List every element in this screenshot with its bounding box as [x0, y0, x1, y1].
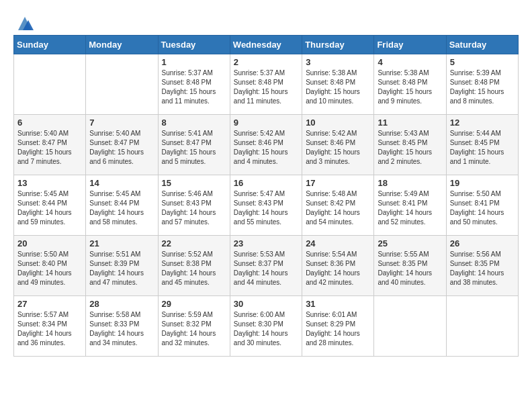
- day-info: Sunrise: 5:47 AM Sunset: 8:43 PM Dayligh…: [234, 189, 298, 227]
- day-info: Sunrise: 5:51 AM Sunset: 8:39 PM Dayligh…: [89, 250, 154, 287]
- calendar-day-header: Friday: [374, 36, 446, 54]
- calendar-cell: [14, 54, 86, 115]
- calendar-day-header: Monday: [86, 36, 158, 54]
- day-number: 19: [450, 178, 515, 188]
- day-info: Sunrise: 5:48 AM Sunset: 8:42 PM Dayligh…: [306, 189, 370, 227]
- day-number: 15: [162, 178, 226, 188]
- calendar-cell: 4Sunrise: 5:38 AM Sunset: 8:48 PM Daylig…: [374, 54, 446, 115]
- calendar-cell: 29Sunrise: 5:59 AM Sunset: 8:32 PM Dayli…: [158, 296, 230, 357]
- calendar-cell: [446, 296, 518, 357]
- day-number: 14: [89, 178, 154, 188]
- calendar-cell: 2Sunrise: 5:37 AM Sunset: 8:48 PM Daylig…: [230, 54, 302, 115]
- calendar-cell: 5Sunrise: 5:39 AM Sunset: 8:48 PM Daylig…: [446, 54, 518, 115]
- day-number: 13: [17, 178, 82, 188]
- day-info: Sunrise: 5:56 AM Sunset: 8:35 PM Dayligh…: [450, 250, 515, 287]
- day-info: Sunrise: 5:55 AM Sunset: 8:35 PM Dayligh…: [378, 250, 442, 287]
- day-number: 30: [234, 299, 298, 309]
- day-info: Sunrise: 5:37 AM Sunset: 8:48 PM Dayligh…: [234, 68, 298, 106]
- day-number: 7: [89, 118, 154, 128]
- calendar-day-header: Wednesday: [230, 36, 302, 54]
- calendar-table: SundayMondayTuesdayWednesdayThursdayFrid…: [13, 35, 519, 357]
- day-number: 26: [450, 238, 515, 248]
- calendar-cell: 25Sunrise: 5:55 AM Sunset: 8:35 PM Dayli…: [374, 236, 446, 296]
- logo-icon: [15, 13, 35, 34]
- calendar-cell: 14Sunrise: 5:45 AM Sunset: 8:44 PM Dayli…: [86, 175, 158, 236]
- day-info: Sunrise: 5:43 AM Sunset: 8:45 PM Dayligh…: [378, 129, 442, 167]
- calendar-cell: 19Sunrise: 5:50 AM Sunset: 8:41 PM Dayli…: [446, 175, 518, 236]
- calendar-day-header: Thursday: [302, 36, 374, 54]
- day-info: Sunrise: 5:52 AM Sunset: 8:38 PM Dayligh…: [162, 250, 226, 287]
- day-info: Sunrise: 5:37 AM Sunset: 8:48 PM Dayligh…: [162, 68, 226, 106]
- calendar-cell: 18Sunrise: 5:49 AM Sunset: 8:41 PM Dayli…: [374, 175, 446, 236]
- day-info: Sunrise: 5:40 AM Sunset: 8:47 PM Dayligh…: [89, 129, 154, 167]
- calendar-header-row: SundayMondayTuesdayWednesdayThursdayFrid…: [14, 36, 519, 54]
- calendar-cell: 11Sunrise: 5:43 AM Sunset: 8:45 PM Dayli…: [374, 115, 446, 175]
- calendar-cell: 16Sunrise: 5:47 AM Sunset: 8:43 PM Dayli…: [230, 175, 302, 236]
- day-info: Sunrise: 5:40 AM Sunset: 8:47 PM Dayligh…: [17, 129, 82, 167]
- calendar-day-header: Sunday: [14, 36, 86, 54]
- calendar-cell: 1Sunrise: 5:37 AM Sunset: 8:48 PM Daylig…: [158, 54, 230, 115]
- calendar-week-row: 20Sunrise: 5:50 AM Sunset: 8:40 PM Dayli…: [14, 236, 519, 296]
- calendar-cell: 10Sunrise: 5:42 AM Sunset: 8:46 PM Dayli…: [302, 115, 374, 175]
- calendar-cell: 30Sunrise: 6:00 AM Sunset: 8:30 PM Dayli…: [230, 296, 302, 357]
- day-info: Sunrise: 5:45 AM Sunset: 8:44 PM Dayligh…: [89, 189, 154, 227]
- day-info: Sunrise: 5:50 AM Sunset: 8:41 PM Dayligh…: [450, 189, 515, 227]
- day-info: Sunrise: 5:50 AM Sunset: 8:40 PM Dayligh…: [17, 250, 82, 287]
- calendar-cell: 13Sunrise: 5:45 AM Sunset: 8:44 PM Dayli…: [14, 175, 86, 236]
- calendar-cell: 6Sunrise: 5:40 AM Sunset: 8:47 PM Daylig…: [14, 115, 86, 175]
- calendar-cell: 3Sunrise: 5:38 AM Sunset: 8:48 PM Daylig…: [302, 54, 374, 115]
- day-info: Sunrise: 5:57 AM Sunset: 8:34 PM Dayligh…: [17, 310, 82, 348]
- day-info: Sunrise: 5:42 AM Sunset: 8:46 PM Dayligh…: [306, 129, 370, 167]
- day-number: 20: [17, 238, 82, 248]
- calendar-cell: 20Sunrise: 5:50 AM Sunset: 8:40 PM Dayli…: [14, 236, 86, 296]
- day-info: Sunrise: 5:45 AM Sunset: 8:44 PM Dayligh…: [17, 189, 82, 227]
- day-number: 21: [89, 238, 154, 248]
- day-number: 9: [234, 118, 298, 128]
- day-info: Sunrise: 5:54 AM Sunset: 8:36 PM Dayligh…: [306, 250, 370, 287]
- day-info: Sunrise: 5:41 AM Sunset: 8:47 PM Dayligh…: [162, 129, 226, 167]
- day-info: Sunrise: 5:53 AM Sunset: 8:37 PM Dayligh…: [234, 250, 298, 287]
- calendar-cell: 28Sunrise: 5:58 AM Sunset: 8:33 PM Dayli…: [86, 296, 158, 357]
- day-number: 1: [162, 57, 226, 67]
- calendar-cell: 17Sunrise: 5:48 AM Sunset: 8:42 PM Dayli…: [302, 175, 374, 236]
- day-number: 17: [306, 178, 370, 188]
- day-info: Sunrise: 5:38 AM Sunset: 8:48 PM Dayligh…: [378, 68, 442, 106]
- day-number: 31: [306, 299, 370, 309]
- calendar-cell: 15Sunrise: 5:46 AM Sunset: 8:43 PM Dayli…: [158, 175, 230, 236]
- day-number: 3: [306, 57, 370, 67]
- calendar-cell: 23Sunrise: 5:53 AM Sunset: 8:37 PM Dayli…: [230, 236, 302, 296]
- calendar-week-row: 6Sunrise: 5:40 AM Sunset: 8:47 PM Daylig…: [14, 115, 519, 175]
- day-number: 23: [234, 238, 298, 248]
- day-info: Sunrise: 5:44 AM Sunset: 8:45 PM Dayligh…: [450, 129, 515, 167]
- calendar-week-row: 27Sunrise: 5:57 AM Sunset: 8:34 PM Dayli…: [14, 296, 519, 357]
- day-number: 12: [450, 118, 515, 128]
- day-number: 10: [306, 118, 370, 128]
- calendar-cell: [86, 54, 158, 115]
- calendar-cell: 8Sunrise: 5:41 AM Sunset: 8:47 PM Daylig…: [158, 115, 230, 175]
- calendar-cell: 24Sunrise: 5:54 AM Sunset: 8:36 PM Dayli…: [302, 236, 374, 296]
- calendar-cell: 22Sunrise: 5:52 AM Sunset: 8:38 PM Dayli…: [158, 236, 230, 296]
- day-number: 18: [378, 178, 442, 188]
- day-number: 8: [162, 118, 226, 128]
- calendar-day-header: Tuesday: [158, 36, 230, 54]
- day-number: 29: [162, 299, 226, 309]
- calendar-cell: 27Sunrise: 5:57 AM Sunset: 8:34 PM Dayli…: [14, 296, 86, 357]
- logo: [13, 13, 35, 28]
- day-info: Sunrise: 5:59 AM Sunset: 8:32 PM Dayligh…: [162, 310, 226, 348]
- day-info: Sunrise: 5:49 AM Sunset: 8:41 PM Dayligh…: [378, 189, 442, 227]
- day-info: Sunrise: 5:38 AM Sunset: 8:48 PM Dayligh…: [306, 68, 370, 106]
- calendar-week-row: 13Sunrise: 5:45 AM Sunset: 8:44 PM Dayli…: [14, 175, 519, 236]
- calendar-cell: 12Sunrise: 5:44 AM Sunset: 8:45 PM Dayli…: [446, 115, 518, 175]
- day-number: 5: [450, 57, 515, 67]
- day-number: 6: [17, 118, 82, 128]
- day-number: 25: [378, 238, 442, 248]
- calendar-cell: 26Sunrise: 5:56 AM Sunset: 8:35 PM Dayli…: [446, 236, 518, 296]
- day-info: Sunrise: 5:42 AM Sunset: 8:46 PM Dayligh…: [234, 129, 298, 167]
- day-info: Sunrise: 6:01 AM Sunset: 8:29 PM Dayligh…: [306, 310, 370, 348]
- day-number: 11: [378, 118, 442, 128]
- day-number: 24: [306, 238, 370, 248]
- day-number: 28: [89, 299, 154, 309]
- calendar-cell: 9Sunrise: 5:42 AM Sunset: 8:46 PM Daylig…: [230, 115, 302, 175]
- calendar-cell: 7Sunrise: 5:40 AM Sunset: 8:47 PM Daylig…: [86, 115, 158, 175]
- day-number: 27: [17, 299, 82, 309]
